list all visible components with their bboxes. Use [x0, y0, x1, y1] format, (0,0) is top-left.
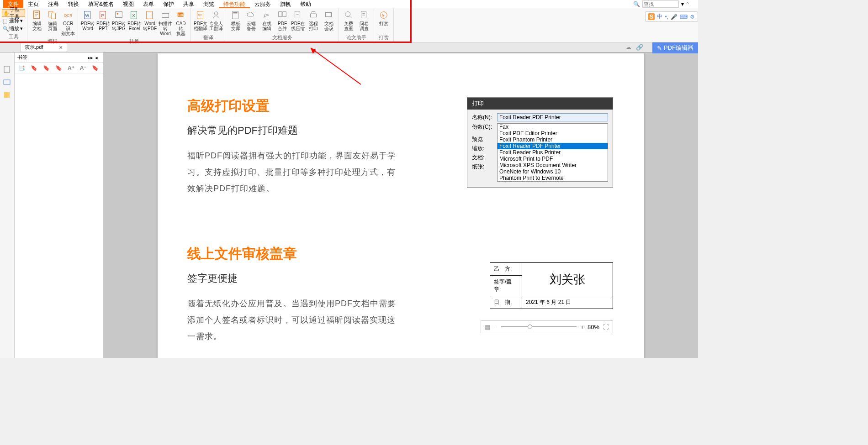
pdf-translate-button[interactable]: 中PDF文 档翻译 [193, 9, 208, 33]
pdf-excel-label: PDF转 Excel [127, 21, 141, 31]
menu-help[interactable]: 帮助 [296, 0, 316, 8]
edit-page-button[interactable]: 编辑 页面 [45, 9, 60, 37]
search-input[interactable] [642, 0, 679, 8]
section1-text: 福昕PDF阅读器拥有强大的打印功能，界面友好易于学习。支持虚拟打印、批量打印等多… [187, 147, 397, 197]
pdf-ppt-label: PDF转 PPT [96, 21, 110, 31]
menu-flag[interactable]: 旗帆 [275, 0, 296, 8]
word-to-pdf-button[interactable]: Word 转PDF [143, 9, 157, 37]
menu-share[interactable]: 共享 [179, 0, 199, 8]
ime-lang[interactable]: 中 [657, 13, 662, 21]
bookmark-title: 书签 [17, 54, 27, 61]
svg-rect-24 [311, 14, 317, 17]
menu-view[interactable]: 视图 [118, 0, 138, 8]
content-area[interactable]: 高级打印设置 解决常见的PDF打印难题 福昕PDF阅读器拥有强大的打印功能，界面… [104, 52, 698, 358]
menu-cloud[interactable]: 云服务 [250, 0, 275, 8]
hand-tool[interactable]: ✋ 手型工具 [2, 9, 25, 17]
zoom-tool-label: 缩放 [9, 25, 19, 32]
online-edit-button[interactable]: 在线 编辑 [259, 9, 274, 33]
pdf-to-word-button[interactable]: WPDF转 Word [80, 9, 95, 37]
ribbon-group-docservice: 模板 文库 云端 备份 在线 编辑 PDF 合并 PDF在 线压缩 远程 打印 … [226, 8, 339, 42]
survey-button[interactable]: 问卷 调查 [357, 9, 371, 33]
svg-text:X: X [132, 13, 135, 18]
template-label: 模板 文库 [231, 21, 240, 31]
cad-convert-button[interactable]: CADCAD转 换器 [174, 9, 188, 37]
menu-home[interactable]: 主页 [23, 0, 43, 8]
party-label: 乙 方: [490, 263, 522, 276]
zoom-value: 80% [587, 324, 599, 330]
share-icon[interactable]: 🔗 [636, 44, 643, 51]
main-area: 书签 ▸▸ ◂ 📑 🔖 🔖 🔖 A⁺ A⁻ 🔖 高级打印设置 解决常见的PDF打… [0, 52, 698, 358]
pdf-merge-button[interactable]: PDF 合并 [275, 9, 290, 33]
ime-keyboard-icon[interactable]: ⌨ [680, 14, 688, 20]
svg-rect-34 [4, 80, 10, 84]
svg-text:OCR: OCR [64, 14, 72, 18]
thumbnail-panel-button[interactable] [3, 65, 12, 74]
zoom-thumb [528, 325, 532, 329]
menu-fillsign[interactable]: 填写&签名 [84, 0, 118, 8]
meeting-icon [324, 10, 334, 20]
translate-icon: 中 [196, 10, 206, 20]
bookmark-textsize-down[interactable]: A⁻ [80, 65, 87, 71]
pdf-word-label: PDF转 Word [81, 21, 95, 31]
printer-list-item: Phantom Print to Evernote [498, 175, 608, 181]
menu-browse[interactable]: 浏览 [199, 0, 219, 8]
attachment-panel-button[interactable] [3, 78, 12, 87]
preview-label: 预览 [472, 136, 497, 143]
svg-point-9 [116, 13, 118, 15]
pdf-to-ppt-button[interactable]: PPDF转 PPT [96, 9, 111, 37]
print-zoom-label: 缩放: [472, 145, 497, 152]
svg-rect-21 [279, 12, 282, 17]
sig-label: 签字/盖章: [490, 276, 522, 296]
ime-punct-icon[interactable]: •, [665, 14, 668, 20]
edit-doc-button[interactable]: 编辑 文档 [30, 9, 44, 37]
edit-group-label: 编辑 [30, 38, 75, 45]
tools-section-label: 工具 [2, 33, 25, 40]
bookmark-prev-icon[interactable]: 🔖 [43, 65, 50, 71]
menu-form[interactable]: 表单 [138, 0, 159, 8]
human-translate-button[interactable]: 专业人 工翻译 [209, 9, 223, 33]
remote-print-button[interactable]: 远程 打印 [306, 9, 321, 33]
doc-meeting-button[interactable]: 文档 会议 [322, 9, 336, 33]
ocr-button[interactable]: OCROCR识 别文本 [61, 9, 75, 37]
plagiarism-button[interactable]: 免费 查重 [341, 9, 356, 33]
menu-convert[interactable]: 转换 [64, 0, 84, 8]
layers-panel-button[interactable] [3, 91, 12, 100]
printer-list-item: Foxit Reader Plus Printer [498, 149, 608, 156]
bookmark-textsize-up[interactable]: A⁺ [68, 65, 74, 71]
scan-to-word-button[interactable]: 扫描件 转Word [158, 9, 173, 37]
reward-group-label: 打赏 [376, 34, 391, 41]
pdf-excel-icon: X [129, 10, 139, 20]
scan-word-label: 扫描件 转Word [159, 21, 172, 36]
sync-icon[interactable]: ☁ [625, 44, 631, 51]
pdf-jpg-label: PDF转 转JPG [112, 21, 126, 31]
svg-rect-20 [233, 12, 238, 14]
bookmark-opts-icon[interactable]: 📑 [18, 65, 25, 71]
pdf-to-excel-button[interactable]: XPDF转 Excel [127, 9, 142, 37]
search-dropdown-icon[interactable]: ▾ [681, 1, 684, 7]
bookmark-add-icon[interactable]: 🔖 [31, 65, 37, 71]
ribbon-toggle-icon[interactable]: ^ [686, 1, 689, 7]
bookmark-close-icon[interactable]: ◂ [95, 55, 101, 60]
reward-button[interactable]: ¥打赏 [376, 9, 391, 33]
bookmark-expand-icon[interactable]: 🔖 [92, 65, 99, 71]
ime-settings-icon[interactable]: ⚙ [690, 14, 695, 20]
bookmark-collapse-icon[interactable]: ▸▸ [88, 55, 93, 60]
cloud-backup-button[interactable]: 云端 备份 [244, 9, 259, 33]
ribbon-group-convert: WPDF转 Word PPDF转 PPT PDF转 转JPG XPDF转 Exc… [78, 8, 191, 42]
zoom-tool[interactable]: 🔍 缩放▾ [2, 25, 25, 32]
bookmark-next-icon[interactable]: 🔖 [55, 65, 62, 71]
menu-protect[interactable]: 保护 [159, 0, 179, 8]
menu-comment[interactable]: 注释 [43, 0, 64, 8]
bookmark-toolbar: 📑 🔖 🔖 🔖 A⁺ A⁻ 🔖 [15, 63, 103, 73]
ime-mic-icon[interactable]: 🎤 [671, 14, 677, 20]
print-paper-label: 纸张: [472, 163, 497, 171]
svg-text:CAD: CAD [178, 13, 185, 16]
reward-icon: ¥ [379, 10, 389, 20]
select-tool[interactable]: ⬚ 选择▾ [2, 17, 25, 25]
template-button[interactable]: 模板 文库 [228, 9, 243, 33]
menu-feature[interactable]: 特色功能 [219, 0, 250, 8]
pdf-to-jpg-button[interactable]: PDF转 转JPG [111, 9, 126, 37]
pdf-editor-button[interactable]: ✎ PDF编辑器 [652, 42, 698, 53]
tab-name: 演示.pdf [25, 44, 43, 51]
pdf-compress-button[interactable]: PDF在 线压缩 [291, 9, 305, 33]
